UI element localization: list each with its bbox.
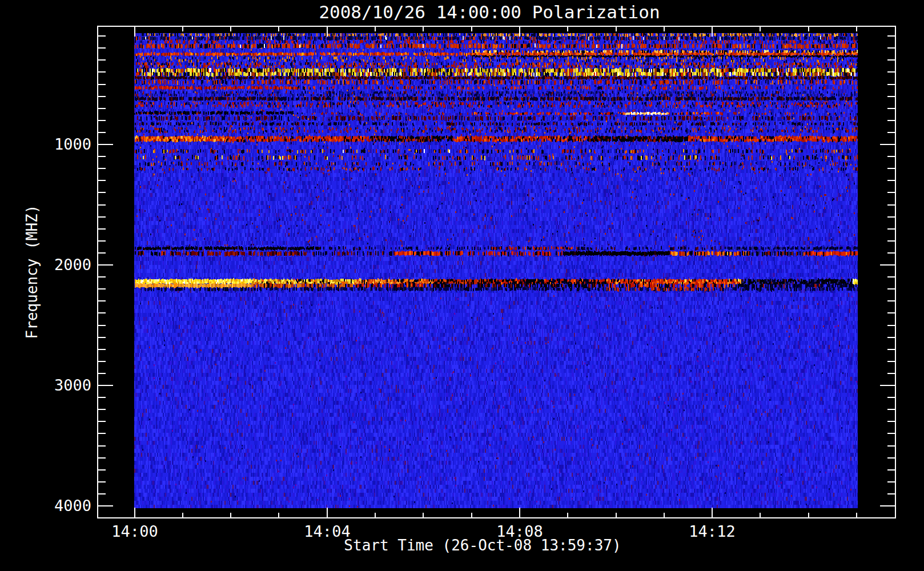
y-minor-tick [887,337,895,338]
x-minor-tick [230,27,231,31]
y-minor-tick [887,349,895,350]
y-minor-tick [98,192,106,193]
x-major-tick [712,508,713,517]
y-minor-tick [887,469,895,471]
x-minor-tick [423,27,424,31]
y-minor-tick [98,156,106,157]
y-major-tick [98,505,113,506]
y-tick-label: 1000 [32,136,91,153]
y-minor-tick [887,493,895,494]
x-minor-tick [808,513,809,517]
y-minor-tick [887,288,895,289]
y-minor-tick [887,168,895,169]
x-minor-tick [278,513,279,517]
y-minor-tick [98,228,106,230]
y-minor-tick [98,493,106,494]
y-minor-tick [887,409,895,410]
x-minor-tick [375,513,376,517]
y-minor-tick [98,47,106,49]
y-minor-tick [98,445,106,447]
y-minor-tick [887,84,895,85]
y-minor-tick [887,276,895,278]
y-minor-tick [98,433,106,434]
y-minor-tick [98,276,106,278]
y-minor-tick [98,325,106,326]
y-minor-tick [887,108,895,109]
x-major-tick [134,27,135,37]
y-minor-tick [98,96,106,97]
x-minor-tick [278,27,279,31]
y-minor-tick [887,120,895,121]
y-minor-tick [98,71,106,73]
x-minor-tick [182,513,183,517]
x-minor-tick [856,513,857,517]
x-major-tick [519,508,520,517]
y-minor-tick [98,252,106,254]
x-major-tick [327,27,328,37]
y-minor-tick [98,349,106,350]
y-minor-tick [98,397,106,398]
x-major-tick [134,508,135,517]
x-minor-tick [808,27,809,31]
y-minor-tick [98,240,106,242]
x-minor-tick [760,27,761,31]
y-minor-tick [887,433,895,434]
y-minor-tick [887,361,895,362]
y-tick-label: 4000 [32,497,91,514]
y-minor-tick [98,108,106,109]
y-axis-title: Frequency (MHZ) [23,205,41,339]
y-minor-tick [887,397,895,398]
y-minor-tick [887,216,895,218]
y-tick-label: 3000 [32,377,91,394]
y-minor-tick [98,337,106,338]
x-minor-tick [567,513,568,517]
y-minor-tick [98,409,106,410]
y-minor-tick [887,204,895,206]
y-major-tick [98,385,113,386]
y-minor-tick [887,421,895,422]
y-minor-tick [98,312,106,313]
page: { "chart_data": { "type": "heatmap", "su… [0,0,924,571]
y-major-tick [880,264,895,266]
x-minor-tick [664,27,665,31]
y-minor-tick [887,445,895,447]
x-minor-tick [616,513,617,517]
y-minor-tick [887,373,895,374]
x-minor-tick [471,513,472,517]
y-minor-tick [98,361,106,362]
y-minor-tick [98,84,106,85]
x-major-tick [327,508,328,517]
x-minor-tick [375,27,376,31]
x-minor-tick [856,27,857,31]
y-tick-label: 2000 [32,256,91,274]
y-minor-tick [887,228,895,230]
y-minor-tick [887,71,895,73]
y-minor-tick [98,120,106,121]
x-minor-tick [664,513,665,517]
y-minor-tick [887,325,895,326]
y-minor-tick [887,47,895,49]
plot-title: 2008/10/26 14:00:00 Polarization [27,2,924,22]
x-minor-tick [182,27,183,31]
y-minor-tick [98,457,106,459]
x-minor-tick [423,513,424,517]
y-major-tick [98,144,113,145]
y-minor-tick [98,132,106,133]
x-minor-tick [616,27,617,31]
y-major-tick [880,144,895,145]
y-minor-tick [887,59,895,61]
y-minor-tick [98,59,106,61]
y-major-tick [880,505,895,506]
x-minor-tick [471,27,472,31]
x-major-tick [519,27,520,37]
y-minor-tick [887,481,895,482]
y-minor-tick [887,132,895,133]
y-minor-tick [98,481,106,482]
y-minor-tick [887,180,895,181]
x-axis-title: Start Time (26-Oct-08 13:59:37) [17,537,924,554]
y-minor-tick [98,300,106,301]
y-minor-tick [98,469,106,471]
x-minor-tick [567,27,568,31]
y-minor-tick [887,192,895,193]
y-minor-tick [98,288,106,289]
